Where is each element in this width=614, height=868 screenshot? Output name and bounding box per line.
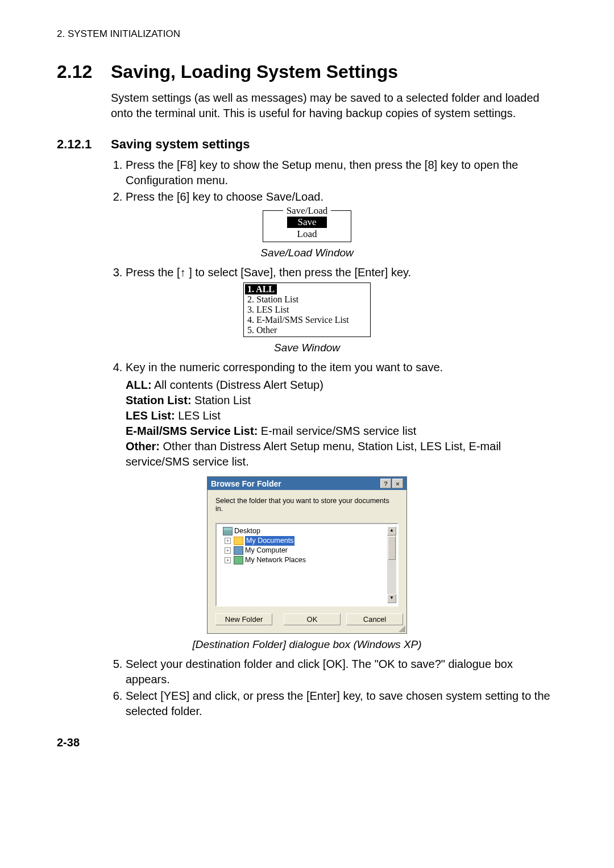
folder-tree-inner: Desktop + My Documents + My Computer + bbox=[218, 526, 387, 603]
step-4: Key in the numeric corresponding to the … bbox=[126, 360, 557, 470]
step-1: Press the [F8] key to show the Setup men… bbox=[126, 157, 557, 188]
computer-icon bbox=[234, 546, 243, 555]
desc-all-text: All contents (Distress Alert Setup) bbox=[152, 379, 323, 391]
saveload-legend: Save/Load bbox=[283, 205, 331, 217]
dialog-buttons: New Folder OK Cancel bbox=[215, 607, 399, 628]
help-icon[interactable]: ? bbox=[380, 479, 391, 488]
save-item-descriptions: ALL: All contents (Distress Alert Setup)… bbox=[126, 377, 557, 470]
tree-mydocs-label: My Documents bbox=[245, 536, 294, 546]
cancel-button[interactable]: Cancel bbox=[346, 613, 403, 625]
tree-scrollbar[interactable]: ▲ ▼ bbox=[387, 526, 396, 603]
subsection-number: 2.12.1 bbox=[57, 137, 111, 152]
saveload-item-save[interactable]: Save bbox=[267, 217, 347, 229]
expand-icon[interactable]: + bbox=[225, 557, 231, 563]
desc-station: Station List: Station List bbox=[126, 393, 557, 408]
desc-other: Other: Other than Distress Alert Setup m… bbox=[126, 439, 557, 470]
save-item-all[interactable]: 1. ALL bbox=[247, 284, 367, 294]
save-item-les[interactable]: 3. LES List bbox=[247, 305, 367, 315]
tree-desktop-label: Desktop bbox=[234, 526, 260, 536]
tree-myneigh-label: My Network Places bbox=[245, 555, 306, 565]
resize-grip-icon[interactable] bbox=[399, 625, 405, 632]
tree-desktop[interactable]: Desktop bbox=[218, 526, 387, 536]
saveload-save-selected: Save bbox=[287, 217, 326, 228]
steps-list: Press the [F8] key to show the Setup men… bbox=[111, 157, 557, 205]
save-item-email[interactable]: 4. E-Mail/SMS Service List bbox=[247, 315, 367, 325]
section-number: 2.12 bbox=[57, 61, 111, 82]
tree-mycomp[interactable]: + My Computer bbox=[218, 546, 387, 555]
page-header: 2. SYSTEM INITIALIZATION bbox=[57, 28, 557, 40]
folder-icon bbox=[234, 537, 243, 545]
desktop-icon bbox=[223, 527, 233, 535]
step-4-text: Key in the numeric corresponding to the … bbox=[126, 361, 443, 373]
desc-email-text: E-mail service/SMS service list bbox=[258, 425, 416, 437]
scroll-track[interactable] bbox=[387, 560, 396, 594]
tree-mydocs[interactable]: + My Documents bbox=[218, 536, 387, 546]
desc-email: E-Mail/SMS Service List: E-mail service/… bbox=[126, 423, 557, 439]
tree-myneigh[interactable]: + My Network Places bbox=[218, 555, 387, 565]
step-3: Press the [↑ ] to select [Save], then pr… bbox=[126, 265, 557, 280]
steps-list-cont: Press the [↑ ] to select [Save], then pr… bbox=[111, 265, 557, 280]
section-heading: 2.12Saving, Loading System Settings bbox=[57, 61, 557, 82]
desc-all: ALL: All contents (Distress Alert Setup) bbox=[126, 377, 557, 393]
desc-all-name: ALL: bbox=[126, 379, 152, 391]
scroll-thumb[interactable] bbox=[388, 536, 396, 560]
tree-mycomp-label: My Computer bbox=[245, 546, 288, 555]
network-icon bbox=[234, 556, 243, 564]
saveload-caption: Save/Load Window bbox=[57, 247, 557, 259]
steps-list-5: Select your destination folder and click… bbox=[111, 657, 557, 719]
close-icon[interactable]: × bbox=[392, 479, 403, 488]
desc-other-text: Other than Distress Alert Setup menu, St… bbox=[126, 440, 501, 468]
save-item-station[interactable]: 2. Station List bbox=[247, 294, 367, 305]
step-6: Select [YES] and click, or press the [En… bbox=[126, 688, 557, 719]
saveload-item-load[interactable]: Load bbox=[267, 229, 347, 240]
step-5: Select your destination folder and click… bbox=[126, 657, 557, 687]
step-2: Press the [6] key to choose Save/Load. bbox=[126, 189, 557, 205]
ok-button[interactable]: OK bbox=[284, 613, 341, 625]
browse-caption: [Destination Folder] dialogue box (Windo… bbox=[57, 638, 557, 651]
save-window: 1. ALL 2. Station List 3. LES List 4. E-… bbox=[243, 283, 371, 337]
save-item-other[interactable]: 5. Other bbox=[247, 325, 367, 335]
section-title: Saving, Loading System Settings bbox=[111, 61, 398, 82]
dialog-titlebar: Browse For Folder ? × bbox=[208, 477, 406, 490]
desc-other-name: Other: bbox=[126, 440, 160, 452]
page-number: 2-38 bbox=[57, 736, 557, 749]
subsection-title: Saving system settings bbox=[111, 137, 250, 151]
dialog-body: Select the folder that you want to store… bbox=[208, 490, 406, 633]
save-window-caption: Save Window bbox=[57, 342, 557, 354]
desc-station-name: Station List: bbox=[126, 394, 192, 406]
new-folder-button[interactable]: New Folder bbox=[215, 613, 272, 625]
scroll-down-icon[interactable]: ▼ bbox=[387, 594, 396, 603]
dialog-instruction: Select the folder that you want to store… bbox=[215, 497, 399, 513]
desc-les-name: LES List: bbox=[126, 409, 175, 422]
browse-dialog: Browse For Folder ? × Select the folder … bbox=[207, 476, 407, 634]
dialog-title-text: Browse For Folder bbox=[211, 479, 281, 488]
expand-icon[interactable]: + bbox=[225, 547, 231, 554]
scroll-up-icon[interactable]: ▲ bbox=[387, 526, 396, 535]
steps-list-4: Key in the numeric corresponding to the … bbox=[111, 360, 557, 470]
folder-tree[interactable]: Desktop + My Documents + My Computer + bbox=[215, 523, 399, 607]
subsection-heading: 2.12.1Saving system settings bbox=[57, 137, 557, 152]
desc-station-text: Station List bbox=[192, 394, 251, 406]
desc-les-text: LES List bbox=[175, 409, 221, 422]
saveload-fieldset: Save/Load Save Load bbox=[263, 210, 351, 242]
desc-email-name: E-Mail/SMS Service List: bbox=[126, 425, 258, 437]
section-intro: System settings (as well as messages) ma… bbox=[111, 90, 557, 121]
expand-icon[interactable]: + bbox=[225, 538, 231, 544]
save-item-all-selected: 1. ALL bbox=[245, 284, 277, 294]
saveload-window: Save/Load Save Load bbox=[262, 210, 352, 242]
desc-les: LES List: LES List bbox=[126, 408, 557, 423]
